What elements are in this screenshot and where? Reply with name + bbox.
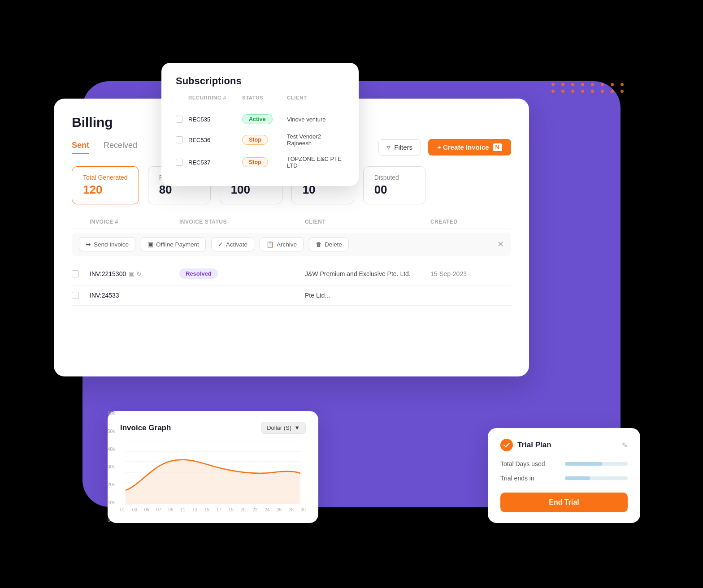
client-name-2: Pte Ltd... <box>305 292 430 299</box>
col-checkbox <box>72 219 90 225</box>
invoice-id-2: INV:24533 <box>90 292 179 299</box>
table-row: INV:24533 Pte Ltd... <box>72 285 511 306</box>
send-invoice-button[interactable]: ➥ Send Invoice <box>79 237 135 251</box>
sub-checkbox-1[interactable] <box>176 116 188 123</box>
archive-label: Archive <box>277 241 297 248</box>
edit-icon[interactable]: ✎ <box>622 441 628 450</box>
x-22: 22 <box>252 507 257 512</box>
table-header: INVOICE # INVOICE STATUS CLIENT CREATED <box>72 215 511 229</box>
col-invoice-status: INVOICE STATUS <box>179 219 305 225</box>
x-01: 01 <box>120 507 125 512</box>
activate-button[interactable]: ✓ Activate <box>211 237 254 251</box>
col-client: CLIENT <box>305 219 430 225</box>
row-checkbox-2[interactable] <box>72 292 90 299</box>
sub-id-2: REC536 <box>188 137 242 143</box>
archive-button[interactable]: 📋 Archive <box>260 237 304 251</box>
delete-button[interactable]: 🗑 Delete <box>309 238 349 251</box>
graph-header: Invoice Graph Dollar (S) ▼ <box>120 422 306 434</box>
y-label-10k: 10k <box>108 500 120 505</box>
delete-label: Delete <box>325 241 342 248</box>
sub-status-3: Stop <box>242 157 287 167</box>
invoice-id-text: INV:2215300 <box>90 270 126 277</box>
chevron-down-icon: ▼ <box>294 424 300 431</box>
invoice-status: Resolved <box>179 268 305 279</box>
trial-ends-label: Trial ends in <box>500 475 534 482</box>
sub-checkbox-3[interactable] <box>176 159 188 166</box>
create-invoice-button[interactable]: + Create Invoice N <box>428 139 511 156</box>
x-24: 24 <box>265 507 269 512</box>
x-11: 11 <box>180 507 185 512</box>
x-09: 09 <box>168 507 173 512</box>
filter-button[interactable]: ▿ Filters <box>378 139 421 156</box>
refresh-icon[interactable]: ↻ <box>136 270 142 277</box>
offline-payment-button[interactable]: ▣ Offline Payment <box>141 237 206 251</box>
tabs: Sent Received <box>72 141 137 154</box>
x-15: 15 <box>204 507 209 512</box>
sub-col-status: STATUS <box>242 95 287 100</box>
offline-payment-label: Offline Payment <box>156 241 199 248</box>
x-19: 19 <box>229 507 234 512</box>
status-badge-resolved: Resolved <box>179 268 218 279</box>
sub-col-recurring: RECURRING # <box>188 95 242 100</box>
stat-total-generated-label: Total Generated <box>83 174 128 181</box>
y-label-40k: 40k <box>108 447 120 452</box>
y-label-30k: 30k <box>108 464 120 469</box>
y-label-50k: 50k <box>108 429 120 434</box>
graph-title: Invoice Graph <box>120 424 171 432</box>
activate-label: Activate <box>226 241 247 248</box>
total-days-label: Total Days used <box>500 460 545 467</box>
sub-table-header: RECURRING # STATUS CLIENT <box>176 95 344 105</box>
sub-client-2: Test Vendor2 Rajneesh <box>287 133 344 147</box>
header-actions: ▿ Filters + Create Invoice N <box>378 139 511 156</box>
trial-title: Trial Plan <box>517 441 551 450</box>
action-toolbar: ➥ Send Invoice ▣ Offline Payment ✓ Activ… <box>72 233 511 256</box>
trial-check-icon <box>500 439 513 451</box>
y-label-60k: 60k <box>108 411 120 416</box>
client-name: J&W Premium and Exclusive Pte. Ltd. <box>305 270 430 277</box>
sub-id-1: REC535 <box>188 116 242 123</box>
invoice-graph-card: Invoice Graph Dollar (S) ▼ 60k 50k 40k 3… <box>108 411 318 523</box>
table-row: INV:2215300 ▣ ↻ Resolved J&W Premium and… <box>72 262 511 285</box>
copy-icon[interactable]: ▣ <box>129 270 135 277</box>
check-icon: ✓ <box>218 241 223 248</box>
trash-icon: 🗑 <box>316 241 322 248</box>
tab-received[interactable]: Received <box>104 141 137 154</box>
y-axis: 60k 50k 40k 30k 20k 10k 0 <box>108 411 120 523</box>
currency-selector[interactable]: Dollar (S) ▼ <box>261 422 306 434</box>
stat-disputed-label: Disputed <box>374 174 415 181</box>
y-label-20k: 20k <box>108 482 120 487</box>
x-17: 17 <box>217 507 221 512</box>
sub-status-badge-1: Active <box>242 114 273 124</box>
sub-col-check <box>176 95 188 100</box>
filter-label: Filters <box>394 143 412 151</box>
sub-status-badge-2: Stop <box>242 135 268 145</box>
col-created: CREATED <box>430 219 511 225</box>
sub-checkbox-2[interactable] <box>176 136 188 143</box>
sub-row-3: REC537 Stop TOPZONE E&C PTE LTD <box>176 151 344 173</box>
x-20: 20 <box>240 507 245 512</box>
trial-ends-row: Trial ends in <box>500 475 628 482</box>
trial-header: Trial Plan ✎ <box>500 439 628 451</box>
trial-ends-bar <box>565 476 628 480</box>
col-invoice-num: INVOICE # <box>90 219 179 225</box>
trial-total-days-row: Total Days used <box>500 460 628 467</box>
total-days-bar <box>565 462 628 466</box>
sub-row-1: REC535 Active Vinove venture <box>176 110 344 129</box>
end-trial-button[interactable]: End Trial <box>500 493 628 512</box>
filter-icon: ▿ <box>387 143 391 151</box>
sub-id-3: REC537 <box>188 159 242 166</box>
created-date: 15-Sep-2023 <box>430 270 511 277</box>
x-07: 07 <box>156 507 161 512</box>
tab-sent[interactable]: Sent <box>72 141 89 154</box>
sub-status-badge-3: Stop <box>242 157 268 167</box>
sub-row-2: REC536 Stop Test Vendor2 Rajneesh <box>176 129 344 151</box>
x-26: 26 <box>277 507 282 512</box>
chart-svg <box>120 441 306 504</box>
stat-total-generated-value: 120 <box>83 183 128 197</box>
close-toolbar-button[interactable]: ✕ <box>497 239 504 249</box>
currency-label: Dollar (S) <box>267 424 291 431</box>
sub-client-1: Vinove venture <box>287 116 344 123</box>
stat-disputed-value: 00 <box>374 183 415 197</box>
trial-plan-card: Trial Plan ✎ Total Days used Trial ends … <box>488 428 640 523</box>
row-checkbox[interactable] <box>72 270 90 277</box>
